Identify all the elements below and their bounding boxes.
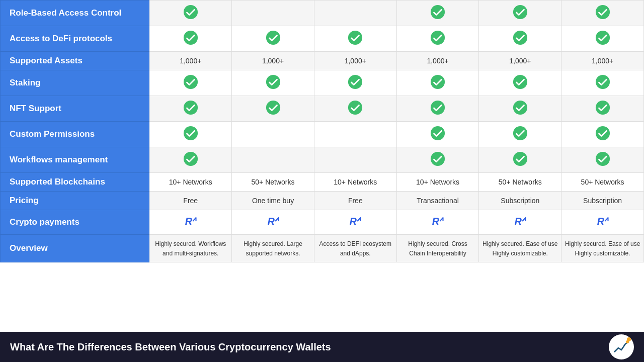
data-value: 50+ Networks: [581, 178, 624, 186]
cell-pricing-col5: Subscription: [479, 192, 561, 210]
bottom-bar: What Are The Differences Between Various…: [0, 332, 644, 362]
feature-label: Access to DeFi protocols: [1, 26, 149, 52]
feature-label: Role-Based Access Control: [1, 1, 149, 26]
svg-point-3: [596, 5, 610, 19]
cell-staking-col2: [232, 70, 314, 96]
table-row: Supported Assets1,000+1,000+1,000+1,000+…: [1, 52, 644, 70]
cell-staking-col5: [479, 70, 561, 96]
table-row: Role-Based Access Control: [1, 1, 644, 26]
overview-text: Highly secured. Workflows and multi-sign…: [155, 240, 226, 257]
table-row: Crypto payments R R R R R R: [1, 210, 644, 235]
svg-text:R: R: [432, 216, 440, 227]
overview-text: Highly secured. Cross Chain Interoperabi…: [408, 240, 467, 257]
data-value: 1,000+: [180, 57, 201, 65]
table-row: Workflows management: [1, 147, 644, 173]
cell-staking-col3: [314, 70, 396, 96]
svg-point-5: [266, 31, 280, 45]
cell-defi-col1: [149, 26, 232, 52]
cell-nft-col3: [314, 96, 396, 122]
cell-blockchains-col6: 50+ Networks: [561, 173, 644, 192]
cell-workflows-col3: [314, 147, 396, 173]
cell-workflows-col1: [149, 147, 232, 173]
cell-nft-col1: [149, 96, 232, 122]
table-row: Supported Blockchains10+ Networks50+ Net…: [1, 173, 644, 192]
cell-assets-col2: 1,000+: [232, 52, 314, 70]
cell-workflows-col6: [561, 147, 644, 173]
svg-point-21: [596, 101, 610, 115]
cell-staking-col6: [561, 70, 644, 96]
cell-custom_permissions-col6: [561, 122, 644, 147]
overview-text: Highly secured. Ease of use Highly custo…: [482, 240, 557, 257]
cell-overview-col1: Highly secured. Workflows and multi-sign…: [149, 235, 232, 262]
svg-point-17: [266, 101, 280, 115]
svg-point-11: [266, 75, 280, 89]
feature-label: Workflows management: [1, 147, 149, 173]
svg-point-36: [626, 340, 629, 343]
data-value: Transactional: [417, 197, 459, 205]
data-value: 1,000+: [592, 57, 613, 65]
cell-blockchains-col4: 10+ Networks: [396, 173, 479, 192]
svg-point-19: [431, 101, 445, 115]
cell-overview-col2: Highly secured. Large supported networks…: [232, 235, 314, 262]
cell-custom_permissions-col3: [314, 122, 396, 147]
cell-overview-col5: Highly secured. Ease of use Highly custo…: [479, 235, 561, 262]
svg-text:R: R: [185, 216, 193, 227]
svg-point-22: [184, 126, 198, 140]
svg-text:R: R: [515, 216, 522, 227]
svg-point-18: [348, 101, 362, 115]
comparison-table: Role-Based Access Control Access to DeFi…: [0, 0, 644, 262]
cell-role_based-col4: [396, 1, 479, 26]
svg-point-23: [431, 126, 445, 140]
cell-crypto-col2: R: [232, 210, 314, 235]
table-row: OverviewHighly secured. Workflows and mu…: [1, 235, 644, 262]
cell-workflows-col4: [396, 147, 479, 173]
data-value: 10+ Networks: [416, 178, 459, 186]
cell-blockchains-col5: 50+ Networks: [479, 173, 561, 192]
table-row: NFT Support: [1, 96, 644, 122]
cell-blockchains-col2: 50+ Networks: [232, 173, 314, 192]
data-value: 50+ Networks: [499, 178, 542, 186]
data-value: 10+ Networks: [334, 178, 377, 186]
svg-point-6: [348, 31, 362, 45]
feature-label: Pricing: [1, 192, 149, 210]
overview-text: Highly secured. Large supported networks…: [244, 240, 302, 257]
cell-role_based-col6: [561, 1, 644, 26]
cell-workflows-col5: [479, 147, 561, 173]
svg-text:R: R: [267, 216, 275, 227]
feature-label: Custom Permissions: [1, 122, 149, 147]
cell-custom_permissions-col2: [232, 122, 314, 147]
feature-label: Overview: [1, 235, 149, 262]
cell-pricing-col4: Transactional: [396, 192, 479, 210]
svg-point-27: [431, 152, 445, 166]
cell-pricing-col3: Free: [314, 192, 396, 210]
cell-pricing-col2: One time buy: [232, 192, 314, 210]
cell-crypto-col4: R: [396, 210, 479, 235]
data-value: Subscription: [501, 197, 539, 205]
feature-label: NFT Support: [1, 96, 149, 122]
data-value: One time buy: [252, 197, 294, 205]
cell-role_based-col2: [232, 1, 314, 26]
cell-assets-col6: 1,000+: [561, 52, 644, 70]
cell-overview-col6: Highly secured. Ease of use Highly custo…: [561, 235, 644, 262]
data-value: Subscription: [583, 197, 622, 205]
svg-point-16: [184, 101, 198, 115]
table-row: Access to DeFi protocols: [1, 26, 644, 52]
cell-crypto-col6: R: [561, 210, 644, 235]
table-row: PricingFreeOne time buyFreeTransactional…: [1, 192, 644, 210]
svg-point-7: [431, 31, 445, 45]
cell-assets-col3: 1,000+: [314, 52, 396, 70]
cell-overview-col4: Highly secured. Cross Chain Interoperabi…: [396, 235, 479, 262]
svg-point-10: [184, 75, 198, 89]
data-value: Free: [348, 197, 363, 205]
cell-nft-col5: [479, 96, 561, 122]
svg-point-26: [184, 152, 198, 166]
overview-text: Access to DEFI ecosystem and dApps.: [319, 240, 391, 257]
cell-crypto-col5: R: [479, 210, 561, 235]
comparison-table-container: Role-Based Access Control Access to DeFi…: [0, 0, 644, 332]
cell-overview-col3: Access to DEFI ecosystem and dApps.: [314, 235, 396, 262]
cell-defi-col3: [314, 26, 396, 52]
svg-point-25: [596, 126, 610, 140]
bottom-title: What Are The Differences Between Various…: [10, 341, 331, 353]
cell-pricing-col6: Subscription: [561, 192, 644, 210]
cell-nft-col2: [232, 96, 314, 122]
